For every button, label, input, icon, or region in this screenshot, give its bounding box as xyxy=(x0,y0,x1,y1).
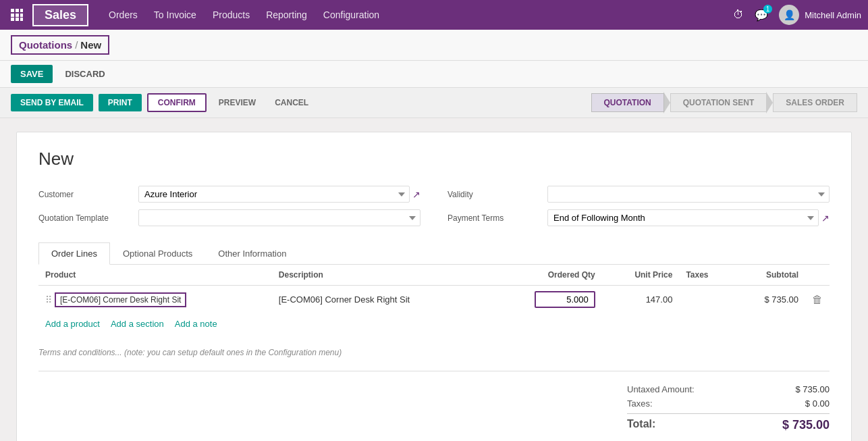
customer-label: Customer xyxy=(38,190,133,199)
table-row: ⠿ [E-COM06] Corner Desk Right Sit [E-COM… xyxy=(38,286,830,314)
chat-icon[interactable]: 💬 1 xyxy=(755,9,768,22)
app-name: Sales xyxy=(32,4,88,26)
taxes-cell xyxy=(679,286,733,314)
delete-icon[interactable]: 🗑 xyxy=(812,294,823,305)
payment-terms-select[interactable]: End of Following Month xyxy=(547,209,819,226)
customer-ext-link[interactable]: ↗ xyxy=(412,189,421,200)
payment-terms-ext-link[interactable]: ↗ xyxy=(821,213,830,224)
confirm-button[interactable]: CONFIRM xyxy=(147,93,207,112)
col-product: Product xyxy=(38,265,272,286)
svg-rect-3 xyxy=(11,14,14,17)
nav-orders[interactable]: Orders xyxy=(109,9,138,20)
svg-rect-2 xyxy=(20,9,23,12)
customer-field: Azure Interior ↗ xyxy=(138,186,421,203)
drag-handle-icon[interactable]: ⠿ xyxy=(45,294,52,305)
cancel-button[interactable]: CANCEL xyxy=(268,94,315,111)
tab-optional-products[interactable]: Optional Products xyxy=(110,242,205,265)
untaxed-amount-label: Untaxed Amount: xyxy=(627,384,695,394)
add-product-link[interactable]: Add a product xyxy=(45,319,100,329)
breadcrumb-current: New xyxy=(80,39,101,51)
clock-icon[interactable]: ⏱ xyxy=(733,9,744,21)
validity-label: Validity xyxy=(447,190,542,199)
total-label: Total: xyxy=(627,418,655,432)
svg-rect-0 xyxy=(11,9,14,12)
breadcrumb-parent[interactable]: Quotations xyxy=(19,39,72,51)
action-bar: SAVE DISCARD xyxy=(0,61,868,88)
right-icons: ⏱ 💬 1 👤 Mitchell Admin xyxy=(733,5,861,25)
col-taxes: Taxes xyxy=(679,265,733,286)
add-links: Add a product Add a section Add a note xyxy=(38,313,830,334)
discard-button[interactable]: DISCARD xyxy=(58,65,111,83)
breadcrumb: Quotations / New xyxy=(11,35,109,55)
payment-terms-field: End of Following Month ↗ xyxy=(547,209,830,226)
validity-row: Validity xyxy=(447,186,830,203)
description-cell: [E-COM06] Corner Desk Right Sit xyxy=(272,286,490,314)
top-navigation: Sales Orders To Invoice Products Reporti… xyxy=(0,0,868,30)
form-grid: Customer Azure Interior ↗ Quotation Temp… xyxy=(38,186,830,226)
taxes-row: Taxes: $ 0.00 xyxy=(627,396,830,411)
user-name: Mitchell Admin xyxy=(805,10,861,20)
svg-rect-6 xyxy=(11,18,14,21)
delete-cell: 🗑 xyxy=(805,286,830,314)
send-by-email-button[interactable]: SEND BY EMAIL xyxy=(11,94,93,111)
save-button[interactable]: SAVE xyxy=(11,65,53,83)
breadcrumb-bar: Quotations / New xyxy=(0,30,868,61)
quotation-template-field xyxy=(138,209,421,226)
total-value: $ 735.00 xyxy=(782,418,830,432)
tab-other-information[interactable]: Other Information xyxy=(205,242,299,265)
notification-badge: 1 xyxy=(763,5,773,14)
tabs: Order Lines Optional Products Other Info… xyxy=(38,242,830,265)
product-cell: ⠿ [E-COM06] Corner Desk Right Sit xyxy=(38,286,272,314)
col-description: Description xyxy=(272,265,490,286)
nav-products[interactable]: Products xyxy=(213,9,250,20)
nav-reporting[interactable]: Reporting xyxy=(266,9,307,20)
totals-table: Untaxed Amount: $ 735.00 Taxes: $ 0.00 T… xyxy=(627,382,830,434)
qty-input[interactable] xyxy=(535,291,595,308)
main-content: New Customer Azure Interior ↗ Quotation … xyxy=(0,118,868,441)
nav-links: Orders To Invoice Products Reporting Con… xyxy=(109,9,733,20)
order-table: Product Description Ordered Qty Unit Pri… xyxy=(38,265,830,313)
breadcrumb-separator: / xyxy=(75,39,78,51)
step-quotation-sent[interactable]: QUOTATION SENT xyxy=(670,93,767,112)
quotation-template-select[interactable] xyxy=(138,209,421,226)
product-tag[interactable]: [E-COM06] Corner Desk Right Sit xyxy=(55,292,186,307)
step-sales-order[interactable]: SALES ORDER xyxy=(773,93,857,112)
form-card: New Customer Azure Interior ↗ Quotation … xyxy=(16,132,852,441)
untaxed-amount-row: Untaxed Amount: $ 735.00 xyxy=(627,382,830,396)
add-section-link[interactable]: Add a section xyxy=(111,319,164,329)
totals: Untaxed Amount: $ 735.00 Taxes: $ 0.00 T… xyxy=(38,382,830,434)
svg-rect-7 xyxy=(16,18,19,21)
quotation-template-row: Quotation Template xyxy=(38,209,421,226)
toolbar: SEND BY EMAIL PRINT CONFIRM PREVIEW CANC… xyxy=(0,88,868,118)
svg-rect-1 xyxy=(16,9,19,12)
svg-rect-4 xyxy=(16,14,19,17)
user-area[interactable]: 👤 Mitchell Admin xyxy=(779,5,861,25)
validity-select[interactable] xyxy=(547,186,830,203)
preview-button[interactable]: PREVIEW xyxy=(212,94,263,111)
quotation-template-label: Quotation Template xyxy=(38,213,133,223)
col-subtotal: Subtotal xyxy=(734,265,806,286)
step-quotation[interactable]: QUOTATION xyxy=(591,93,664,112)
customer-select[interactable]: Azure Interior xyxy=(138,186,410,203)
unit-price-cell: 147.00 xyxy=(602,286,680,314)
untaxed-amount-value: $ 735.00 xyxy=(795,384,830,394)
total-row: Total: $ 735.00 xyxy=(627,413,830,434)
taxes-label: Taxes: xyxy=(627,398,653,409)
qty-cell xyxy=(490,286,602,314)
grid-menu-icon[interactable] xyxy=(7,5,27,25)
validity-field xyxy=(547,186,830,203)
status-steps: QUOTATION QUOTATION SENT SALES ORDER xyxy=(591,92,857,113)
customer-row: Customer Azure Interior ↗ xyxy=(38,186,421,203)
subtotal-cell: $ 735.00 xyxy=(734,286,806,314)
add-note-link[interactable]: Add a note xyxy=(175,319,217,329)
avatar: 👤 xyxy=(779,5,799,25)
form-title: New xyxy=(38,149,830,170)
nav-configuration[interactable]: Configuration xyxy=(323,9,379,20)
payment-terms-label: Payment Terms xyxy=(447,213,542,223)
print-button[interactable]: PRINT xyxy=(99,94,142,111)
nav-to-invoice[interactable]: To Invoice xyxy=(154,9,196,20)
taxes-value: $ 0.00 xyxy=(805,398,830,409)
svg-rect-5 xyxy=(20,14,23,17)
tab-order-lines[interactable]: Order Lines xyxy=(38,242,110,265)
terms-text: Terms and conditions... (note: you can s… xyxy=(38,348,342,357)
